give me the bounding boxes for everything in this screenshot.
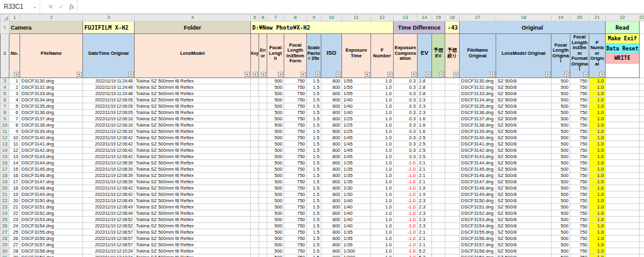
cell-no[interactable]: 23 [9, 216, 20, 222]
cell-lensmodel-original[interactable]: SZ 500/8 [496, 77, 552, 84]
cell-exposure-compensation[interactable]: 0.3 [394, 103, 418, 109]
cell-exposure-compensation[interactable]: -1.0 [394, 216, 418, 222]
row-number[interactable]: 13 [1, 140, 9, 147]
cell-f-number-original[interactable]: 1.0 [589, 159, 606, 166]
cell-ev[interactable]: 1.9 [418, 185, 432, 191]
cell-focal-length-35mm-original[interactable]: 750 [570, 216, 589, 222]
empty-cell[interactable] [640, 34, 644, 78]
cell-lensmodel[interactable]: Tokina SZ 500mm f8 Reflex [135, 153, 251, 159]
empty-cell[interactable] [606, 147, 640, 153]
cell-focal-length[interactable]: 500 [267, 248, 284, 254]
cell-filename[interactable]: DSCF3159.dng [20, 254, 83, 257]
empty-cell[interactable] [640, 254, 644, 257]
cell-filename[interactable]: DSCF3139.dng [20, 128, 83, 134]
cell-focal-length-original[interactable]: 500 [552, 96, 570, 103]
cell-key[interactable] [251, 128, 259, 134]
cell-focal-length-original[interactable]: 500 [552, 235, 570, 241]
cell-datetime[interactable]: 2022/11/19 11:24:48 [83, 84, 135, 90]
cell-lensmodel-original[interactable]: SZ 500/8 [496, 96, 552, 103]
cell-lensmodel[interactable]: Tokina SZ 500mm f8 Reflex [135, 96, 251, 103]
cell-filename[interactable]: DSCF3130.dng [20, 77, 83, 84]
empty-cell[interactable] [640, 90, 644, 96]
cell-filename-original[interactable]: DSCF3154.dng [460, 222, 496, 229]
empty-cell[interactable] [606, 222, 640, 229]
camera-model-cell[interactable]: FUJIFILM X-H2 [83, 21, 135, 34]
cell-focal-length-original[interactable]: 500 [552, 166, 570, 172]
cell-exposure-compensation[interactable]: -1.0 [394, 159, 418, 166]
column-header-yosou-ev[interactable]: 予想EV▾ [432, 34, 445, 78]
cell-error[interactable] [259, 197, 267, 203]
cell-exposure-compensation[interactable]: -1.0 [394, 203, 418, 210]
empty-cell[interactable] [606, 229, 640, 235]
cell-filename-original[interactable]: DSCF3141.dng [460, 140, 496, 147]
cell-error[interactable] [259, 77, 267, 84]
filter-dropdown-icon[interactable]: ▾ [365, 72, 370, 77]
cell-exposure-compensation[interactable]: -1.0 [394, 172, 418, 178]
cell-exposure-time[interactable]: 1/45 [342, 153, 371, 159]
cell-ev[interactable]: 2.1 [418, 241, 432, 248]
cell-exposure-time[interactable]: 1/40 [342, 109, 371, 115]
cell-filename-original[interactable]: DSCF3135.dng [460, 103, 496, 109]
cell-filename-original[interactable]: DSCF3144.dng [460, 159, 496, 166]
cell-error[interactable] [259, 159, 267, 166]
cell-f-number[interactable]: 1.0 [371, 222, 394, 229]
cell-filename[interactable]: DSCF3152.dng [20, 210, 83, 216]
cell-no[interactable]: 25 [9, 229, 20, 235]
cell-lensmodel-original[interactable]: SZ 500/8 [496, 185, 552, 191]
cell-ev[interactable]: 2.3 [418, 216, 432, 222]
cell-focal-length-35mm-original[interactable]: 750 [570, 222, 589, 229]
cell-lensmodel-original[interactable]: SZ 500/8 [496, 122, 552, 128]
cell-error[interactable] [259, 84, 267, 90]
cell-filename[interactable]: DSCF3132.dng [20, 84, 83, 90]
cell-exposure-time[interactable]: 1/35 [342, 241, 371, 248]
cell-filename[interactable]: DSCF3156.dng [20, 235, 83, 241]
cell-focal-length-35mm-original[interactable]: 750 [570, 254, 589, 257]
cell-filename-original[interactable]: DSCF3140.dng [460, 134, 496, 140]
cell-yosou-shibori[interactable] [445, 191, 460, 197]
cell-scale-factor[interactable]: 1.5 [307, 128, 321, 134]
cell-ev[interactable]: 2.3 [418, 203, 432, 210]
cell-lensmodel-original[interactable]: SZ 500/8 [496, 222, 552, 229]
cell-f-number-original[interactable]: 1.0 [589, 248, 606, 254]
cell-lensmodel[interactable]: Tokina SZ 500mm f8 Reflex [135, 254, 251, 257]
cell-f-number-original[interactable]: 1.0 [589, 134, 606, 140]
cell-iso[interactable]: 800 [321, 96, 342, 103]
cell-focal-length-35mm[interactable]: 750 [284, 77, 307, 84]
row-number[interactable]: 19 [1, 178, 9, 185]
cell-exposure-time[interactable]: 1/30 [342, 185, 371, 191]
cell-iso[interactable]: 800 [321, 191, 342, 197]
empty-cell[interactable] [606, 134, 640, 140]
cell-ev[interactable]: 2.3 [418, 197, 432, 203]
cell-ev[interactable]: 2.1 [418, 235, 432, 241]
column-header-number[interactable]: 5 [251, 14, 259, 21]
cell-ev[interactable]: 2.5 [418, 134, 432, 140]
cell-yosou-ev[interactable] [432, 90, 445, 96]
column-header-number[interactable]: 21 [589, 14, 606, 21]
cell-key[interactable] [251, 96, 259, 103]
cell-key[interactable] [251, 84, 259, 90]
empty-cell[interactable] [640, 109, 644, 115]
cell-no[interactable]: 16 [9, 172, 20, 178]
cell-f-number[interactable]: 1.0 [371, 147, 394, 153]
cell-scale-factor[interactable]: 1.5 [307, 84, 321, 90]
cell-f-number[interactable]: 1.0 [371, 115, 394, 122]
cell-no[interactable]: 2 [9, 84, 20, 90]
cell-lensmodel-original[interactable]: SZ 500/8 [496, 229, 552, 235]
cell-error[interactable] [259, 90, 267, 96]
cell-scale-factor[interactable]: 1.5 [307, 197, 321, 203]
cell-key[interactable] [251, 140, 259, 147]
cell-datetime[interactable]: 2022/11/19 12:06:16 [83, 128, 135, 134]
cell-exposure-compensation[interactable]: -1.0 [394, 241, 418, 248]
cell-key[interactable] [251, 122, 259, 128]
cell-key[interactable] [251, 90, 259, 96]
empty-cell[interactable] [640, 172, 644, 178]
cell-lensmodel[interactable]: Tokina SZ 500mm f8 Reflex [135, 178, 251, 185]
cell-lensmodel[interactable]: Tokina SZ 500mm f8 Reflex [135, 172, 251, 178]
cell-focal-length-35mm-original[interactable]: 750 [570, 84, 589, 90]
cell-focal-length[interactable]: 500 [267, 191, 284, 197]
cell-focal-length-35mm[interactable]: 750 [284, 122, 307, 128]
cell-yosou-ev[interactable] [432, 216, 445, 222]
cell-datetime[interactable]: 2022/11/19 12:06:16 [83, 122, 135, 128]
column-header-lensmodel[interactable]: LensModel▾ [135, 34, 251, 78]
cell-key[interactable] [251, 109, 259, 115]
